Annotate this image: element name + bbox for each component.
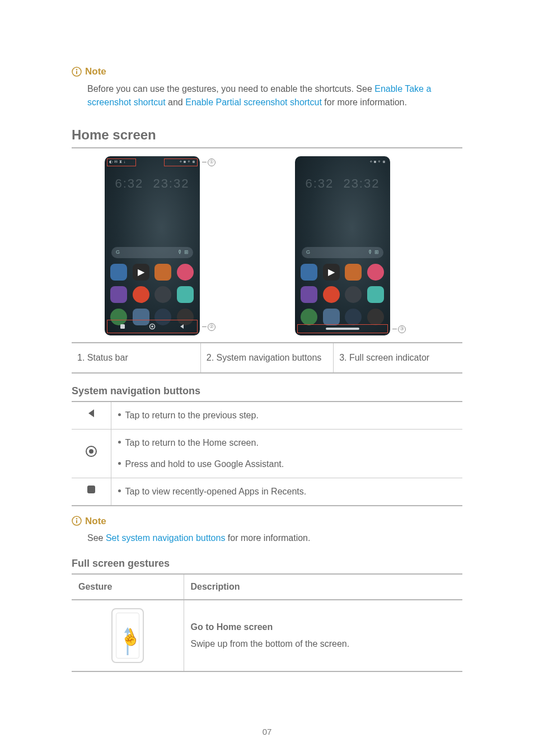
status-icons-right: ⌾ ▦ ᯤ ▥ bbox=[180, 159, 195, 165]
note-body: See Set system navigation buttons for mo… bbox=[72, 531, 462, 545]
note-label: Note bbox=[85, 64, 106, 79]
search-bar: G🎙 ⊞ bbox=[111, 247, 193, 258]
home-icon bbox=[149, 323, 156, 330]
link-enable-partial-screenshot[interactable]: Enable Partial screenshot shortcut bbox=[185, 97, 322, 107]
fullscreen-indicator bbox=[326, 328, 359, 330]
table-row: Tap to return to the Home screen. Press … bbox=[72, 429, 462, 478]
svg-rect-2 bbox=[76, 71, 77, 74]
note-heading: Note bbox=[72, 64, 462, 79]
table-row: Tap to view recently-opened Apps in Rece… bbox=[72, 478, 462, 506]
clock-widget: 6:3223:32 bbox=[105, 174, 200, 193]
callout-1: ① bbox=[202, 158, 216, 166]
legend-status-bar: 1. Status bar bbox=[72, 343, 200, 373]
page-number: 07 bbox=[0, 726, 534, 739]
info-icon bbox=[72, 516, 82, 526]
back-description: Tap to return to the previous step. bbox=[111, 402, 462, 430]
info-icon bbox=[72, 67, 82, 77]
svg-rect-3 bbox=[120, 324, 125, 329]
note-text: for more information. bbox=[225, 533, 310, 543]
app-icon-grid: ▶ bbox=[110, 264, 194, 325]
back-button-cell bbox=[72, 402, 111, 430]
svg-rect-8 bbox=[87, 486, 95, 493]
link-set-nav-buttons[interactable]: Set system navigation buttons bbox=[106, 533, 225, 543]
recents-description: Tap to view recently-opened Apps in Rece… bbox=[111, 478, 462, 506]
phone-mockup: ⌾ ▦ ᯤ ▥ 6:3223:32 G🎙 ⊞ ▶ bbox=[295, 156, 390, 335]
home-button-cell bbox=[72, 429, 111, 478]
col-gesture: Gesture bbox=[72, 574, 184, 600]
navbar-highlight bbox=[107, 320, 198, 333]
note-text: Before you can use the gestures, you nee… bbox=[87, 84, 374, 94]
note-text: for more information. bbox=[322, 97, 407, 107]
gesture-desc: Swipe up from the bottom of the screen. bbox=[191, 637, 456, 651]
svg-point-7 bbox=[89, 449, 93, 454]
fullscreen-indicator-highlight bbox=[297, 324, 388, 333]
svg-point-1 bbox=[76, 69, 77, 70]
home-description: Tap to return to the Home screen. Press … bbox=[111, 429, 462, 478]
table-row: Tap to return to the previous step. bbox=[72, 402, 462, 430]
text: Tap to return to the previous step. bbox=[125, 409, 259, 422]
note-text: See bbox=[87, 533, 106, 543]
table-row: ☝ Go to Home screen Swipe up from the bo… bbox=[72, 600, 462, 671]
gesture-title: Go to Home screen bbox=[191, 620, 456, 634]
nav-buttons-table: Tap to return to the previous step. Tap … bbox=[72, 401, 462, 506]
legend-nav-buttons: 2. System navigation buttons bbox=[200, 343, 333, 373]
gesture-description-cell: Go to Home screen Swipe up from the bott… bbox=[184, 600, 462, 671]
screenshots-row: ◐ ✉ ⧗ ↓ ⌾ ▦ ᯤ ▥ 6:3223:32 G🎙 ⊞ ▶ bbox=[72, 152, 462, 339]
legend-fullscreen-indicator: 3. Full screen indicator bbox=[334, 343, 462, 373]
phone-figure-nav-buttons: ◐ ✉ ⧗ ↓ ⌾ ▦ ᯤ ▥ 6:3223:32 G🎙 ⊞ ▶ bbox=[88, 156, 256, 335]
status-icons-right: ⌾ ▦ ᯤ ▥ bbox=[370, 159, 386, 165]
recents-icon bbox=[86, 484, 96, 494]
gesture-table: Gesture Description ☝ Go to Home screen … bbox=[72, 573, 462, 672]
text: Press and hold to use Google Assistant. bbox=[125, 458, 284, 471]
note-heading: Note bbox=[72, 514, 462, 529]
svg-point-10 bbox=[76, 518, 77, 519]
home-icon bbox=[85, 445, 97, 458]
note-text: and bbox=[166, 97, 186, 107]
note-body: Before you can use the gestures, you nee… bbox=[72, 82, 462, 109]
divider bbox=[72, 147, 462, 148]
text: Tap to view recently-opened Apps in Rece… bbox=[125, 485, 307, 498]
callout-3: ③ bbox=[392, 325, 406, 333]
legend-table: 1. Status bar 2. System navigation butto… bbox=[72, 342, 462, 374]
clock-widget: 6:3223:32 bbox=[295, 174, 390, 193]
section-title-home-screen: Home screen bbox=[72, 125, 462, 145]
subsection-fullscreen-gestures: Full screen gestures bbox=[72, 556, 462, 571]
phone-figure-fullscreen: ⌾ ▦ ᯤ ▥ 6:3223:32 G🎙 ⊞ ▶ ③ bbox=[278, 156, 446, 335]
gesture-swipe-up-figure: ☝ bbox=[111, 608, 144, 663]
svg-rect-11 bbox=[76, 520, 77, 524]
subsection-nav-buttons: System navigation buttons bbox=[72, 384, 462, 399]
note-label: Note bbox=[85, 514, 106, 529]
callout-2: ② bbox=[202, 323, 216, 331]
status-icons-left: ◐ ✉ ⧗ ↓ bbox=[109, 159, 126, 165]
recents-button-cell bbox=[72, 478, 111, 506]
table-header-row: Gesture Description bbox=[72, 574, 462, 600]
svg-point-5 bbox=[151, 325, 153, 328]
col-description: Description bbox=[184, 574, 462, 600]
gesture-icon-cell: ☝ bbox=[72, 600, 184, 671]
recents-icon bbox=[119, 323, 126, 330]
back-icon bbox=[86, 408, 97, 419]
back-icon bbox=[179, 323, 185, 330]
phone-mockup: ◐ ✉ ⧗ ↓ ⌾ ▦ ᯤ ▥ 6:3223:32 G🎙 ⊞ ▶ bbox=[105, 156, 200, 335]
text: Tap to return to the Home screen. bbox=[125, 436, 259, 450]
search-bar: G🎙 ⊞ bbox=[302, 247, 383, 258]
app-icon-grid: ▶ bbox=[301, 264, 385, 325]
